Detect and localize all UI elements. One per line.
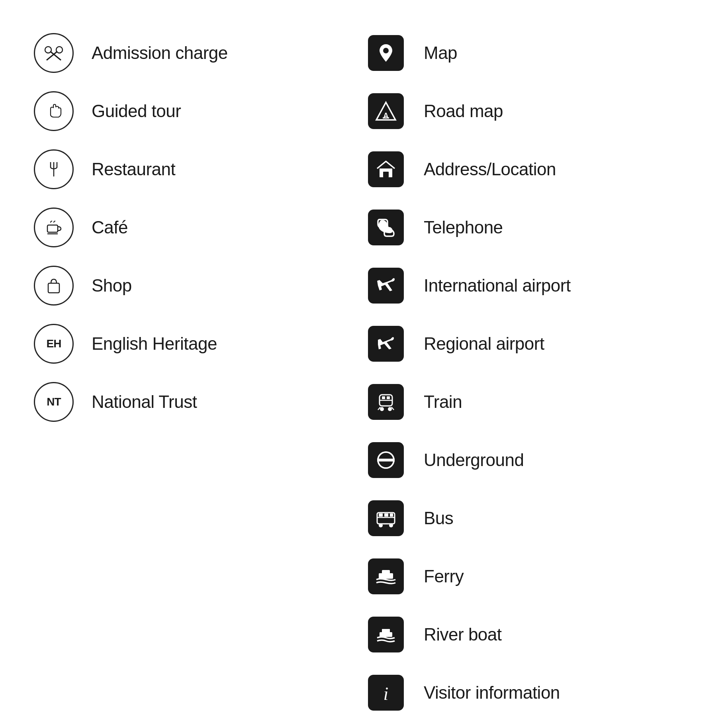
list-item: Admission charge [32, 24, 364, 82]
national-trust-label: National Trust [92, 392, 197, 412]
svg-rect-33 [379, 573, 393, 579]
list-item: Bus [364, 489, 696, 547]
ferry-svg [374, 564, 398, 588]
map-label: Map [424, 43, 457, 63]
road-map-svg: A [374, 99, 398, 123]
bus-label: Bus [424, 508, 453, 528]
english-heritage-icon: EH [34, 324, 74, 364]
guided-tour-icon-wrapper [32, 89, 76, 133]
guided-tour-icon [34, 91, 74, 131]
restaurant-icon-wrapper [32, 147, 76, 191]
train-icon-wrapper [364, 380, 408, 424]
train-icon [368, 384, 404, 420]
shop-icon-wrapper [32, 264, 76, 308]
ferry-icon-wrapper [364, 554, 408, 598]
map-icon-wrapper [364, 31, 408, 75]
train-label: Train [424, 392, 462, 412]
regional-airport-svg [374, 332, 398, 356]
national-trust-icon: NT [34, 382, 74, 422]
address-label: Address/Location [424, 159, 556, 179]
svg-rect-9 [48, 283, 59, 293]
regional-airport-icon-wrapper [364, 322, 408, 366]
svg-rect-34 [382, 570, 390, 574]
list-item: Café [32, 198, 364, 257]
road-map-icon: A [368, 93, 404, 129]
cafe-icon [34, 208, 74, 247]
svg-point-17 [380, 407, 384, 411]
international-airport-icon [368, 268, 404, 304]
restaurant-icon [34, 149, 74, 189]
bus-icon-wrapper [364, 496, 408, 540]
road-map-icon-wrapper: A [364, 89, 408, 133]
cafe-icon-wrapper [32, 206, 76, 249]
svg-rect-22 [387, 396, 390, 399]
river-boat-icon-wrapper [364, 613, 408, 656]
list-item: Regional airport [364, 315, 696, 373]
underground-svg [374, 448, 398, 472]
list-item: International airport [364, 257, 696, 315]
right-column: Map A Road map [364, 24, 696, 717]
cafe-svg [43, 216, 65, 239]
english-heritage-label: English Heritage [92, 334, 217, 354]
international-airport-label: International airport [424, 276, 571, 296]
svg-rect-14 [383, 172, 389, 177]
map-svg [374, 41, 398, 65]
international-airport-icon-wrapper [364, 264, 408, 308]
svg-rect-36 [382, 629, 390, 633]
list-item: River boat [364, 605, 696, 664]
visitor-info-svg: i [374, 681, 398, 705]
svg-rect-30 [390, 513, 393, 517]
list-item: Telephone [364, 198, 696, 257]
svg-rect-7 [47, 225, 58, 232]
visitor-info-icon-wrapper: i [364, 671, 408, 715]
list-item: i Visitor information [364, 664, 696, 717]
intl-airport-svg [374, 274, 398, 298]
guided-tour-label: Guided tour [92, 101, 181, 121]
address-icon [368, 151, 404, 187]
list-item: EH English Heritage [32, 315, 364, 373]
svg-point-10 [383, 48, 389, 53]
telephone-icon [368, 210, 404, 245]
admission-svg [43, 42, 65, 64]
list-item: A Road map [364, 82, 696, 140]
bus-svg [374, 506, 398, 530]
svg-text:i: i [384, 684, 389, 704]
regional-airport-icon [368, 326, 404, 362]
restaurant-svg [43, 158, 65, 180]
list-item: Address/Location [364, 140, 696, 198]
svg-point-18 [388, 407, 392, 411]
ferry-label: Ferry [424, 566, 464, 586]
list-item: Ferry [364, 547, 696, 605]
address-svg [374, 157, 398, 181]
english-heritage-text: EH [47, 337, 61, 350]
svg-rect-21 [382, 396, 385, 399]
admission-charge-label: Admission charge [92, 43, 228, 63]
guided-tour-svg [43, 100, 65, 122]
legend-grid: Admission charge Guided tour [32, 24, 696, 717]
list-item: Train [364, 373, 696, 431]
visitor-info-icon: i [368, 675, 404, 711]
list-item: Map [364, 24, 696, 82]
list-item: NT National Trust [32, 373, 364, 431]
telephone-label: Telephone [424, 217, 503, 237]
shop-icon [34, 266, 74, 306]
svg-rect-28 [379, 513, 383, 517]
list-item: Restaurant [32, 140, 364, 198]
river-boat-svg [374, 623, 398, 646]
shop-label: Shop [92, 276, 132, 296]
left-column: Admission charge Guided tour [32, 24, 364, 717]
english-heritage-icon-wrapper: EH [32, 322, 76, 366]
national-trust-icon-wrapper: NT [32, 380, 76, 424]
ferry-icon [368, 558, 404, 594]
list-item: Shop [32, 257, 364, 315]
road-map-label: Road map [424, 101, 503, 121]
address-icon-wrapper [364, 147, 408, 191]
river-boat-icon [368, 617, 404, 652]
train-svg [374, 390, 398, 414]
list-item: Guided tour [32, 82, 364, 140]
bus-icon [368, 500, 404, 536]
national-trust-text: NT [47, 396, 61, 408]
telephone-svg [374, 215, 398, 239]
svg-point-31 [379, 523, 383, 527]
admission-charge-icon [34, 33, 74, 73]
